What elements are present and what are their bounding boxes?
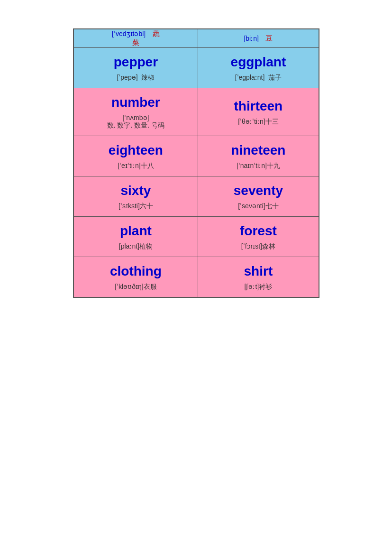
word-eggplant: eggplant (198, 48, 318, 73)
header-cell-right: [biːn] 豆 (198, 29, 319, 48)
word-forest: forest (198, 217, 318, 241)
word-sixty: sixty (74, 176, 198, 201)
word-cell-nineteen: nineteen [ˈnaɪnˈtiːn]十九 (198, 136, 319, 176)
table-row: number [ˈnʌmbə]数. 数字. 数量. 号码 thirteen [ˈ… (73, 88, 319, 136)
word-cell-forest: forest [ˈfɔrɪst]森林 (198, 217, 319, 257)
vocab-table: [ˈvedʒɪtəbl] 蔬 菜 [biːn] 豆 pepper [ˈpepə]… (73, 28, 319, 298)
phonetic-seventy: [ˈsevənti]七十 (198, 201, 318, 216)
phonetic-thirteen: [ˈθəːˈtiːn]十三 (198, 117, 318, 132)
phonetic-pepper: [ˈpepə] 辣椒 (74, 73, 198, 88)
phonetic-forest: [ˈfɔrɪst]森林 (198, 241, 318, 257)
word-cell-plant: plant [plaːnt]植物 (73, 217, 198, 257)
phonetic-number: [ˈnʌmbə]数. 数字. 数量. 号码 (74, 113, 198, 136)
word-thirteen: thirteen (198, 92, 318, 117)
word-cell-clothing: clothing [ˈkləʊðɪŋ]衣服 (73, 257, 198, 298)
word-plant: plant (74, 217, 198, 241)
header-phonetic-left: [ˈvedʒɪtəbl] (112, 30, 146, 37)
word-nineteen: nineteen (198, 136, 318, 161)
word-cell-eggplant: eggplant [ˈegplaːnt] 茄子 (198, 48, 319, 88)
header-phonetic-right: [biːn] (244, 35, 258, 42)
header-zh-left: 蔬 (153, 29, 160, 37)
table-row: sixty [ˈsɪksti]六十 seventy [ˈsevənti]七十 (73, 176, 319, 217)
word-number: number (74, 88, 198, 113)
word-cell-seventy: seventy [ˈsevənti]七十 (198, 176, 319, 217)
word-cell-shirt: shirt [ʃəːt]衬衫 (198, 257, 319, 298)
phonetic-clothing: [ˈkləʊðɪŋ]衣服 (74, 282, 198, 297)
phonetic-sixty: [ˈsɪksti]六十 (74, 201, 198, 216)
word-clothing: clothing (74, 257, 198, 282)
header-zh-right: 豆 (265, 34, 273, 42)
word-seventy: seventy (198, 176, 318, 201)
table-row: clothing [ˈkləʊðɪŋ]衣服 shirt [ʃəːt]衬衫 (73, 257, 319, 298)
word-eighteen: eighteen (74, 136, 198, 161)
phonetic-shirt: [ʃəːt]衬衫 (198, 282, 318, 297)
word-cell-thirteen: thirteen [ˈθəːˈtiːn]十三 (198, 88, 319, 136)
word-cell-number: number [ˈnʌmbə]数. 数字. 数量. 号码 (73, 88, 198, 136)
header-cell-left: [ˈvedʒɪtəbl] 蔬 菜 (73, 29, 198, 48)
phonetic-eighteen: [ˈeɪˈtiːn]十八 (74, 161, 198, 176)
word-pepper: pepper (74, 48, 198, 73)
table-row: [ˈvedʒɪtəbl] 蔬 菜 [biːn] 豆 (73, 29, 319, 48)
table-row: plant [plaːnt]植物 forest [ˈfɔrɪst]森林 (73, 217, 319, 257)
table-row: pepper [ˈpepə] 辣椒 eggplant [ˈegplaːnt] 茄… (73, 48, 319, 88)
table-row: eighteen [ˈeɪˈtiːn]十八 nineteen [ˈnaɪnˈti… (73, 136, 319, 176)
phonetic-eggplant: [ˈegplaːnt] 茄子 (198, 73, 318, 88)
word-cell-pepper: pepper [ˈpepə] 辣椒 (73, 48, 198, 88)
word-shirt: shirt (198, 257, 318, 282)
phonetic-nineteen: [ˈnaɪnˈtiːn]十九 (198, 161, 318, 176)
header-zh-left2: 菜 (132, 38, 139, 46)
phonetic-plant: [plaːnt]植物 (74, 241, 198, 257)
word-cell-eighteen: eighteen [ˈeɪˈtiːn]十八 (73, 136, 198, 176)
word-cell-sixty: sixty [ˈsɪksti]六十 (73, 176, 198, 217)
